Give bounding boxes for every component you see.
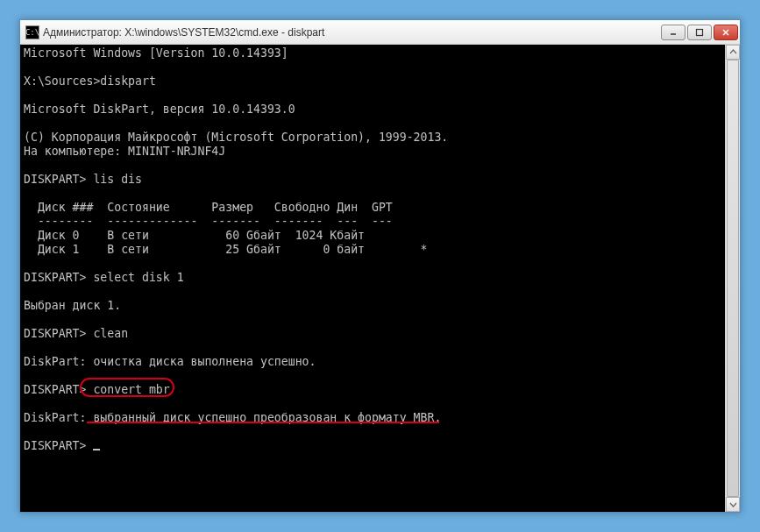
cmd-icon: C:\ <box>25 25 39 39</box>
terminal-area: Microsoft Windows [Version 10.0.14393] X… <box>20 45 740 512</box>
scrollbar-thumb[interactable] <box>727 60 739 497</box>
vertical-scrollbar[interactable] <box>725 45 740 512</box>
close-button[interactable] <box>714 25 738 40</box>
close-icon <box>721 28 730 37</box>
maximize-button[interactable] <box>687 25 712 40</box>
titlebar[interactable]: C:\ Администратор: X:\windows\SYSTEM32\c… <box>20 20 740 45</box>
maximize-icon <box>695 28 704 37</box>
scroll-up-button[interactable] <box>726 45 740 60</box>
window-title: Администратор: X:\windows\SYSTEM32\cmd.e… <box>43 26 661 39</box>
terminal-cursor <box>93 449 100 450</box>
scroll-down-button[interactable] <box>726 497 740 512</box>
svg-rect-1 <box>697 29 703 35</box>
cmd-window: C:\ Администратор: X:\windows\SYSTEM32\c… <box>19 19 741 513</box>
window-controls <box>661 25 738 40</box>
chevron-down-icon <box>729 500 737 508</box>
minimize-button[interactable] <box>661 25 685 40</box>
terminal-output[interactable]: Microsoft Windows [Version 10.0.14393] X… <box>20 45 725 512</box>
chevron-up-icon <box>729 48 737 56</box>
scrollbar-track[interactable] <box>726 60 740 497</box>
minimize-icon <box>669 28 678 37</box>
